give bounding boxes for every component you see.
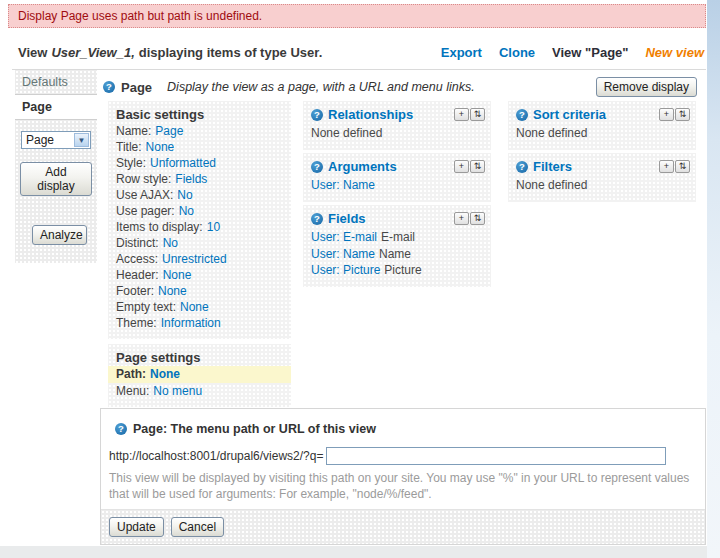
setting-value-link[interactable]: Fields [175,172,207,186]
setting-row: Row style:Fields [108,171,291,187]
sidebar-controls: Page ▼ Add display Analyze [15,120,97,263]
page-edge-background [707,0,720,558]
help-icon[interactable]: ? [103,81,115,93]
arguments-title-link[interactable]: Arguments [328,158,397,175]
setting-value-link[interactable]: None [180,300,209,314]
path-form-title: ? Page: The menu path or URL of this vie… [109,422,705,436]
add-icon[interactable]: + [454,212,469,225]
page-settings-title: Page settings [108,349,291,366]
add-display-button[interactable]: Add display [20,162,92,196]
field-item: User: PicturePicture [303,262,491,279]
rearrange-icon[interactable]: ⇅ [470,212,485,225]
display-tabs-sidebar: Defaults Page Page ▼ Add display Analyze [15,70,97,263]
relationships-panel: ? Relationships + ⇅ None defined [303,101,491,150]
help-icon[interactable]: ? [311,161,323,173]
setting-value-link[interactable]: Unformatted [150,156,216,170]
view-header: ViewUser_View_1,displaying items of type… [18,42,706,62]
page-bottom-background [0,546,707,558]
setting-row: Distinct:No [108,235,291,251]
path-help-text: This view will be displayed by visiting … [109,470,695,502]
fields-title-link[interactable]: Fields [328,210,366,227]
add-icon[interactable]: + [659,160,674,173]
setting-row: Items to display:10 [108,219,291,235]
cancel-button[interactable]: Cancel [171,517,224,537]
display-description: Display the view as a page, with a URL a… [167,80,475,94]
setting-row: Theme:Information [108,315,291,331]
basic-settings-title: Basic settings [108,106,291,123]
add-icon[interactable]: + [659,108,674,121]
setting-row: Use AJAX:No [108,187,291,203]
fields-panel: ? Fields + ⇅ User: E-mailE-mail User: Na… [303,205,491,287]
empty-text: None defined [303,125,491,142]
empty-text: None defined [508,177,696,194]
help-icon[interactable]: ? [311,109,323,121]
path-value-link[interactable]: None [150,367,180,381]
rearrange-icon[interactable]: ⇅ [675,160,690,173]
setting-value-link[interactable]: 10 [207,220,220,234]
setting-row: Name:Page [108,123,291,139]
setting-row: Title:None [108,139,291,155]
field-link[interactable]: User: Picture [311,263,380,277]
setting-value-link[interactable]: None [158,284,187,298]
error-message-text: Display Page uses path but path is undef… [18,9,262,23]
setting-value-link[interactable]: No [163,236,178,250]
display-type-select[interactable]: Page ▼ [21,131,91,149]
header-links: Export Clone View "Page" New view [441,45,704,60]
add-icon[interactable]: + [454,108,469,121]
view-page-link[interactable]: View "Page" [552,45,628,60]
help-icon[interactable]: ? [516,161,528,173]
url-prefix: http://localhost:8001/drupal6/views2/?q= [109,449,323,463]
argument-link[interactable]: User: Name [311,178,375,192]
setting-value-link[interactable]: Page [155,124,183,138]
setting-row: Access:Unrestricted [108,251,291,267]
menu-value-link[interactable]: No menu [153,384,202,398]
path-configuration-form: ? Page: The menu path or URL of this vie… [100,408,706,545]
help-icon[interactable]: ? [115,423,127,435]
remove-display-button[interactable]: Remove display [596,77,697,97]
error-message: Display Page uses path but path is undef… [8,4,706,28]
setting-value-link[interactable]: None [146,140,175,154]
relationships-title-link[interactable]: Relationships [328,106,413,123]
filters-panel: ? Filters + ⇅ None defined [508,153,696,202]
tab-page[interactable]: Page [15,95,97,120]
sort-criteria-title-link[interactable]: Sort criteria [533,106,606,123]
menu-setting-row: Menu:No menu [108,383,291,399]
page-settings-panel: Page settings Path:None Menu:No menu [108,344,291,407]
setting-value-link[interactable]: No [179,204,194,218]
analyze-button[interactable]: Analyze [32,225,87,245]
setting-value-link[interactable]: No [177,188,192,202]
form-actions: Update Cancel [101,509,705,544]
filters-title-link[interactable]: Filters [533,158,572,175]
setting-row: Header:None [108,267,291,283]
setting-value-link[interactable]: Information [161,316,221,330]
path-input[interactable] [326,447,666,465]
tab-defaults[interactable]: Defaults [15,70,97,95]
field-item: User: NameName [303,246,491,263]
clone-link[interactable]: Clone [499,45,535,60]
help-icon[interactable]: ? [516,109,528,121]
setting-row: Style:Unformatted [108,155,291,171]
field-item: User: E-mailE-mail [303,229,491,246]
add-icon[interactable]: + [454,160,469,173]
new-view-link[interactable]: New view [645,45,704,60]
update-button[interactable]: Update [109,517,164,537]
empty-text: None defined [508,125,696,142]
setting-value-link[interactable]: Unrestricted [162,252,227,266]
divider [12,69,706,70]
rearrange-icon[interactable]: ⇅ [470,108,485,121]
rearrange-icon[interactable]: ⇅ [470,160,485,173]
export-link[interactable]: Export [441,45,482,60]
field-link[interactable]: User: E-mail [311,230,377,244]
view-title: ViewUser_View_1,displaying items of type… [18,45,322,60]
display-title-row: ? Page Display the view as a page, with … [103,76,706,98]
argument-item: User: Name [303,177,491,194]
rearrange-icon[interactable]: ⇅ [675,108,690,121]
field-link[interactable]: User: Name [311,247,375,261]
view-name: User_View_1, [51,45,134,60]
setting-row: Footer:None [108,283,291,299]
setting-row: Empty text:None [108,299,291,315]
help-icon[interactable]: ? [311,213,323,225]
display-title: Page [121,80,152,95]
arguments-panel: ? Arguments + ⇅ User: Name [303,153,491,202]
setting-value-link[interactable]: None [163,268,192,282]
